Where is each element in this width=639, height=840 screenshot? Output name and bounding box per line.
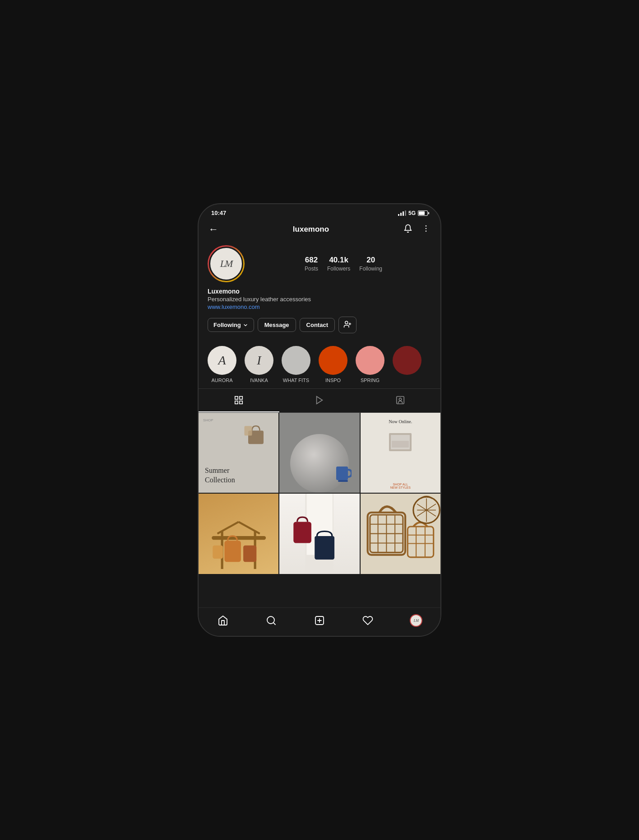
svg-rect-7 bbox=[240, 397, 242, 399]
followers-label: Followers bbox=[327, 266, 350, 272]
tab-reels[interactable] bbox=[279, 389, 360, 412]
status-icons: 5G bbox=[398, 210, 428, 216]
nav-profile-avatar: LM bbox=[410, 614, 422, 627]
svg-rect-6 bbox=[235, 397, 238, 399]
heart-icon bbox=[362, 615, 373, 626]
followers-stat[interactable]: 40.1k Followers bbox=[327, 256, 350, 272]
profile-link[interactable]: www.luxemono.com bbox=[208, 303, 431, 310]
profile-info: Luxemono Personalized luxury leather acc… bbox=[208, 282, 431, 312]
create-icon bbox=[314, 615, 325, 626]
tab-tagged[interactable] bbox=[360, 389, 440, 412]
svg-rect-15 bbox=[336, 467, 348, 480]
avatar: LM bbox=[209, 247, 243, 281]
avatar-wrap[interactable]: LM bbox=[208, 245, 245, 282]
tabs-row bbox=[199, 388, 440, 413]
following-label: Following bbox=[359, 266, 382, 272]
svg-rect-14 bbox=[245, 426, 252, 435]
nav-home[interactable] bbox=[199, 612, 247, 629]
post-basket-bags[interactable] bbox=[361, 494, 440, 574]
bell-icon bbox=[403, 224, 412, 233]
highlight-extra[interactable] bbox=[393, 346, 421, 383]
post-now-online[interactable]: Now Online. SHOP ALLNEW STYLES bbox=[361, 413, 440, 493]
highlight-aurora-circle: A bbox=[208, 346, 236, 375]
chevron-down-icon bbox=[243, 322, 248, 328]
now-online-text: Now Online. bbox=[361, 419, 440, 424]
bottom-nav: LM bbox=[199, 607, 440, 636]
message-button[interactable]: Message bbox=[258, 318, 296, 332]
phone-frame: 10:47 5G ← luxemono bbox=[198, 203, 441, 637]
nav-create[interactable] bbox=[295, 612, 343, 629]
highlight-ivanka-circle: I bbox=[245, 346, 273, 375]
highlight-whatfits-circle bbox=[282, 346, 310, 375]
posts-label: Posts bbox=[305, 266, 318, 272]
following-stat[interactable]: 20 Following bbox=[359, 256, 382, 272]
highlight-aurora[interactable]: A AURORA bbox=[208, 346, 236, 383]
svg-rect-16 bbox=[338, 480, 348, 482]
highlight-extra-circle bbox=[393, 346, 421, 375]
add-person-icon bbox=[343, 320, 352, 328]
svg-rect-9 bbox=[240, 401, 242, 404]
back-button[interactable]: ← bbox=[208, 223, 219, 236]
svg-rect-27 bbox=[213, 546, 223, 559]
svg-rect-11 bbox=[396, 397, 404, 404]
nav-search[interactable] bbox=[247, 612, 295, 629]
svg-rect-31 bbox=[315, 536, 335, 560]
profile-username: luxemono bbox=[293, 225, 329, 234]
followers-count: 40.1k bbox=[329, 256, 348, 265]
contact-button[interactable]: Contact bbox=[300, 318, 335, 332]
svg-rect-24 bbox=[212, 536, 266, 540]
search-icon bbox=[266, 615, 277, 626]
profile-top: LM 682 Posts 40.1k Followers 20 Followin… bbox=[208, 245, 431, 282]
svg-rect-40 bbox=[407, 527, 433, 557]
bag-illustration bbox=[241, 419, 271, 450]
highlight-whatfits[interactable]: WHAT FITS bbox=[282, 346, 310, 383]
svg-rect-26 bbox=[243, 546, 256, 562]
svg-rect-30 bbox=[294, 522, 312, 543]
svg-line-51 bbox=[273, 623, 275, 625]
svg-point-3 bbox=[345, 321, 348, 324]
home-icon bbox=[218, 615, 228, 626]
tab-grid[interactable] bbox=[199, 389, 279, 412]
highlight-aurora-label: AURORA bbox=[211, 378, 232, 383]
svg-point-12 bbox=[399, 398, 402, 401]
posts-grid: SHOP SummerCollection bbox=[199, 413, 440, 574]
highlight-whatfits-label: WHAT FITS bbox=[283, 378, 309, 383]
profile-bio: Personalized luxury leather accessories bbox=[208, 296, 431, 303]
highlights-row: A AURORA I IVANKA WHAT FITS INSP bbox=[208, 346, 440, 383]
post-blue-mug[interactable] bbox=[279, 413, 359, 493]
summer-collection-text: SummerCollection bbox=[205, 466, 235, 485]
highlight-spring-label: SPRING bbox=[361, 378, 380, 383]
more-button[interactable] bbox=[421, 223, 431, 236]
post-outfit-bag[interactable] bbox=[279, 494, 359, 574]
highlight-ivanka[interactable]: I IVANKA bbox=[245, 346, 273, 383]
nav-profile[interactable]: LM bbox=[392, 612, 440, 629]
reels-icon bbox=[315, 395, 324, 405]
svg-rect-19 bbox=[392, 441, 409, 448]
add-person-button[interactable] bbox=[338, 317, 357, 333]
network-label: 5G bbox=[408, 210, 416, 216]
header: ← luxemono bbox=[199, 219, 440, 242]
bag-online-illustration bbox=[384, 431, 416, 456]
time: 10:47 bbox=[211, 210, 226, 216]
notification-button[interactable] bbox=[403, 223, 413, 236]
action-buttons: Following Message Contact bbox=[208, 312, 431, 335]
nav-activity[interactable] bbox=[344, 612, 392, 629]
svg-point-2 bbox=[426, 230, 427, 231]
highlight-spring[interactable]: SPRING bbox=[356, 346, 384, 383]
following-button[interactable]: Following bbox=[208, 318, 254, 332]
posts-stat[interactable]: 682 Posts bbox=[305, 256, 318, 272]
post-summer-collection[interactable]: SHOP SummerCollection bbox=[199, 413, 278, 493]
battery-icon bbox=[418, 210, 428, 216]
highlight-inspo-circle bbox=[319, 346, 347, 375]
svg-marker-10 bbox=[317, 397, 323, 404]
highlight-spring-circle bbox=[356, 346, 384, 375]
svg-point-0 bbox=[426, 225, 427, 226]
grid-icon bbox=[234, 395, 244, 405]
highlight-inspo[interactable]: INSPO bbox=[319, 346, 347, 383]
status-bar: 10:47 5G bbox=[199, 204, 440, 219]
posts-count: 682 bbox=[305, 256, 318, 265]
leather-scene-illustration bbox=[199, 494, 278, 574]
post-leather-tan[interactable] bbox=[199, 494, 278, 574]
signal-icon bbox=[398, 210, 406, 216]
basket-illustration bbox=[361, 494, 440, 574]
